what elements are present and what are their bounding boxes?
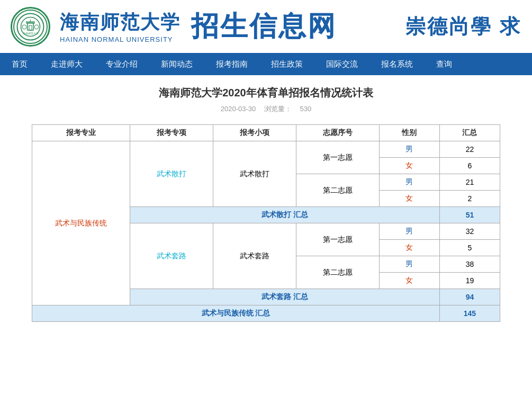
summary-label: 武术散打 汇总 [130,207,440,223]
nav-item-报名系统[interactable]: 报名系统 [369,53,425,75]
cell-major: 武术与民族传统 [32,141,130,305]
svg-rect-5 [29,25,32,30]
cell-total: 6 [439,158,500,174]
data-table: 报考专业 报考专项 报考小项 志愿序号 性别 汇总 武术与民族传统武术散打武术散… [32,124,500,322]
th-sub: 报考专项 [130,125,213,141]
table-row: 武术与民族传统 汇总145 [32,305,500,322]
cell-total: 22 [439,141,500,158]
cell-gender: 男 [379,223,439,240]
summary-total: 94 [439,289,500,305]
content-area: 海南师范大学2020年体育单招报名情况统计表 2020-03-30 浏览量： 5… [0,75,532,332]
summary-label: 武术套路 汇总 [130,289,440,305]
views-label: 浏览量： [264,105,292,113]
cell-gender: 女 [379,273,439,289]
views-count: 530 [300,105,312,113]
cell-total: 19 [439,273,500,289]
logo-area: 海南师范大学 海南师范大学 HAINAN NORMAL UNIVERSITY 招… [11,7,337,47]
site-title: 招生信息网 [191,8,337,45]
cell-small: 武术套路 [213,223,296,289]
logo-circle: 海南师范大学 [11,7,50,47]
th-small: 报考小项 [213,125,296,141]
cell-total: 32 [439,223,500,240]
th-total: 汇总 [439,125,500,141]
cell-total: 38 [439,256,500,273]
nav-item-专业介绍[interactable]: 专业介绍 [94,53,149,75]
table-wrap: 报考专业 报考专项 报考小项 志愿序号 性别 汇总 武术与民族传统武术散打武术散… [32,124,500,322]
cell-gender: 男 [379,141,439,158]
cell-gender: 男 [379,174,439,191]
th-wish: 志愿序号 [296,125,380,141]
th-major: 报考专业 [32,125,130,141]
cell-gender: 女 [379,191,439,207]
nav-item-首页[interactable]: 首页 [0,53,39,75]
svg-point-6 [22,25,26,29]
summary-label: 武术与民族传统 汇总 [32,305,440,322]
page-meta: 2020-03-30 浏览量： 530 [32,104,500,114]
th-gender: 性别 [379,125,439,141]
cell-sub: 武术散打 [130,141,213,207]
table-header-row: 报考专业 报考专项 报考小项 志愿序号 性别 汇总 [32,125,500,141]
page-title: 海南师范大学2020年体育单招报名情况统计表 [32,86,500,100]
table-row: 武术与民族传统武术散打武术散打第一志愿男22 [32,141,500,158]
nav-item-走进师大[interactable]: 走进师大 [39,53,94,75]
cell-gender: 女 [379,158,439,174]
cell-wish: 第二志愿 [296,174,380,207]
header: 海南师范大学 海南师范大学 HAINAN NORMAL UNIVERSITY 招… [0,0,532,53]
cell-wish: 第二志愿 [296,256,380,289]
cell-wish: 第一志愿 [296,223,380,256]
header-right: 崇德尚學 求 [405,13,521,40]
nav-item-招生政策[interactable]: 招生政策 [259,53,314,75]
svg-point-7 [34,25,39,29]
page-date: 2020-03-30 [221,105,256,113]
nav-bar: 首页走进师大专业介绍新闻动态报考指南招生政策国际交流报名系统查询 [0,53,532,75]
nav-item-国际交流[interactable]: 国际交流 [314,53,369,75]
school-name-en: HAINAN NORMAL UNIVERSITY [60,35,181,43]
svg-text:海南师范大学: 海南师范大学 [23,32,39,35]
cell-gender: 男 [379,256,439,273]
cell-total: 21 [439,174,500,191]
cell-gender: 女 [379,240,439,256]
nav-item-新闻动态[interactable]: 新闻动态 [149,53,204,75]
svg-rect-2 [28,23,33,30]
nav-item-查询[interactable]: 查询 [425,53,464,75]
school-name-block: 海南师范大学 HAINAN NORMAL UNIVERSITY [60,10,181,43]
cell-small: 武术散打 [213,141,296,207]
cell-total: 2 [439,191,500,207]
logo-inner: 海南师范大学 [13,10,48,44]
cell-wish: 第一志愿 [296,141,380,174]
school-name-cn: 海南师范大学 [60,10,181,35]
summary-total: 145 [439,305,500,322]
cell-sub: 武术套路 [130,223,213,289]
cell-total: 5 [439,240,500,256]
summary-total: 51 [439,207,500,223]
nav-item-报考指南[interactable]: 报考指南 [204,53,259,75]
